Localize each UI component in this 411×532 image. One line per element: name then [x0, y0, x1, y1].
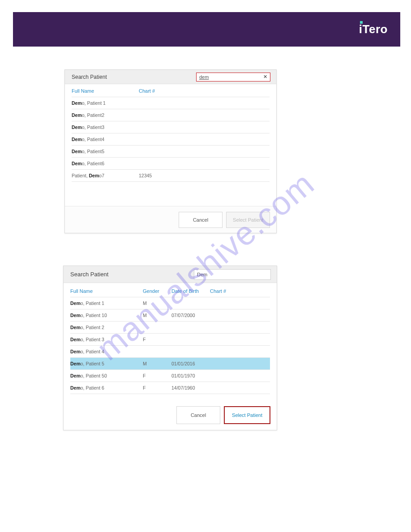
- patient-name-cell: Demo, Patient2: [72, 112, 139, 118]
- table-header-row: Full Name Chart #: [72, 84, 270, 97]
- patient-name-cell: Demo, Patient6: [72, 161, 139, 166]
- logo-text: iTero: [359, 22, 388, 36]
- panel-footer: Cancel Select Patient: [65, 206, 276, 233]
- results-table: Full Name Chart # Demo, Patient 1Demo, P…: [65, 84, 276, 182]
- chart-cell: [210, 337, 246, 342]
- search-input-box[interactable]: Dem: [194, 269, 271, 280]
- chart-cell: [139, 161, 184, 166]
- chart-cell: [139, 112, 184, 118]
- patient-name-cell: Demo, Patient 1: [70, 300, 143, 306]
- search-input-box[interactable]: dem ✕: [196, 73, 270, 82]
- dob-cell: 01/01/1970: [171, 373, 210, 378]
- patient-name-cell: Demo, Patient4: [72, 137, 139, 142]
- col-header-dob[interactable]: Date of Birth: [171, 288, 210, 294]
- clear-search-icon[interactable]: ✕: [263, 74, 267, 80]
- gender-cell: M: [143, 361, 171, 366]
- gender-cell: F: [143, 337, 171, 342]
- table-row[interactable]: Demo, Patient3: [72, 121, 270, 133]
- dob-cell: 07/07/2000: [171, 313, 210, 318]
- gender-cell: F: [143, 373, 171, 378]
- dob-cell: [171, 337, 210, 342]
- brand-logo: iTero: [359, 22, 388, 36]
- col-header-chart[interactable]: Chart #: [139, 88, 184, 94]
- table-row[interactable]: Demo, Patient 50F01/01/1970: [70, 370, 270, 382]
- col-header-gender[interactable]: Gender: [143, 288, 171, 294]
- patient-name-cell: Demo, Patient 50: [70, 373, 143, 378]
- cancel-button[interactable]: Cancel: [176, 406, 220, 424]
- chart-cell: 12345: [139, 173, 184, 178]
- dob-cell: [171, 300, 210, 306]
- table-row[interactable]: Demo, Patient 2: [70, 322, 270, 334]
- patient-name-cell: Demo, Patient 10: [70, 313, 143, 318]
- chart-cell: [210, 313, 246, 318]
- select-patient-button[interactable]: Select Patient: [224, 406, 270, 424]
- gender-cell: M: [143, 313, 171, 318]
- panel-footer: Cancel Select Patient: [64, 400, 277, 430]
- select-patient-button: Select Patient: [226, 212, 270, 228]
- table-row[interactable]: Demo, Patient 4: [70, 346, 270, 358]
- top-banner: iTero: [13, 12, 400, 47]
- table-row[interactable]: Demo, Patient5: [72, 146, 270, 158]
- patient-name-cell: Demo, Patient 5: [70, 361, 143, 366]
- dob-cell: 01/01/2016: [171, 361, 210, 366]
- search-patient-panel-2: Search Patient Dem Full Name Gender Date…: [63, 266, 277, 430]
- patient-name-cell: Demo, Patient3: [72, 124, 139, 130]
- col-header-full-name[interactable]: Full Name: [72, 88, 139, 94]
- chart-cell: [210, 361, 246, 366]
- chart-cell: [139, 149, 184, 154]
- table-row[interactable]: Demo, Patient 5M01/01/2016: [70, 358, 270, 370]
- table-row[interactable]: Demo, Patient 10M07/07/2000: [70, 309, 270, 322]
- dob-cell: [171, 325, 210, 330]
- patient-name-cell: Patient, Demo7: [72, 173, 139, 178]
- chart-cell: [139, 137, 184, 142]
- search-input-value: dem: [199, 74, 263, 80]
- table-row[interactable]: Demo, Patient4: [72, 133, 270, 146]
- table-row[interactable]: Demo, Patient6: [72, 158, 270, 170]
- patient-name-cell: Demo, Patient5: [72, 149, 139, 154]
- patient-name-cell: Demo, Patient 3: [70, 337, 143, 342]
- gender-cell: F: [143, 385, 171, 390]
- col-header-chart[interactable]: Chart #: [210, 288, 246, 294]
- table-row[interactable]: Demo, Patient 3F: [70, 334, 270, 346]
- panel-title: Search Patient: [72, 74, 107, 80]
- gender-cell: [143, 349, 171, 354]
- table-row[interactable]: Demo, Patient2: [72, 109, 270, 121]
- table-row[interactable]: Demo, Patient 1: [72, 97, 270, 109]
- patient-name-cell: Demo, Patient 6: [70, 385, 143, 390]
- results-table: Full Name Gender Date of Birth Chart # D…: [64, 283, 277, 394]
- chart-cell: [210, 349, 246, 354]
- patient-name-cell: Demo, Patient 4: [70, 349, 143, 354]
- table-row[interactable]: Demo, Patient 1M: [70, 297, 270, 309]
- panel-title: Search Patient: [70, 271, 108, 278]
- dob-cell: 14/07/1960: [171, 385, 210, 390]
- search-patient-panel-1: Search Patient dem ✕ Full Name Chart # D…: [64, 69, 277, 233]
- logo-accent-dot: [360, 21, 363, 24]
- chart-cell: [210, 300, 246, 306]
- search-input-value: Dem: [197, 272, 268, 277]
- chart-cell: [210, 373, 246, 378]
- gender-cell: [143, 325, 171, 330]
- panel-header: Search Patient Dem: [64, 266, 277, 283]
- patient-name-cell: Demo, Patient 1: [72, 100, 139, 106]
- patient-name-cell: Demo, Patient 2: [70, 325, 143, 330]
- table-header-row: Full Name Gender Date of Birth Chart #: [70, 283, 270, 297]
- chart-cell: [139, 124, 184, 130]
- chart-cell: [210, 325, 246, 330]
- gender-cell: M: [143, 300, 171, 306]
- cancel-button[interactable]: Cancel: [179, 212, 223, 228]
- col-header-full-name[interactable]: Full Name: [70, 288, 143, 294]
- panel-header: Search Patient dem ✕: [65, 70, 276, 84]
- table-row[interactable]: Demo, Patient 6F14/07/1960: [70, 382, 270, 394]
- table-row[interactable]: Patient, Demo712345: [72, 170, 270, 182]
- dob-cell: [171, 349, 210, 354]
- chart-cell: [139, 100, 184, 106]
- chart-cell: [210, 385, 246, 390]
